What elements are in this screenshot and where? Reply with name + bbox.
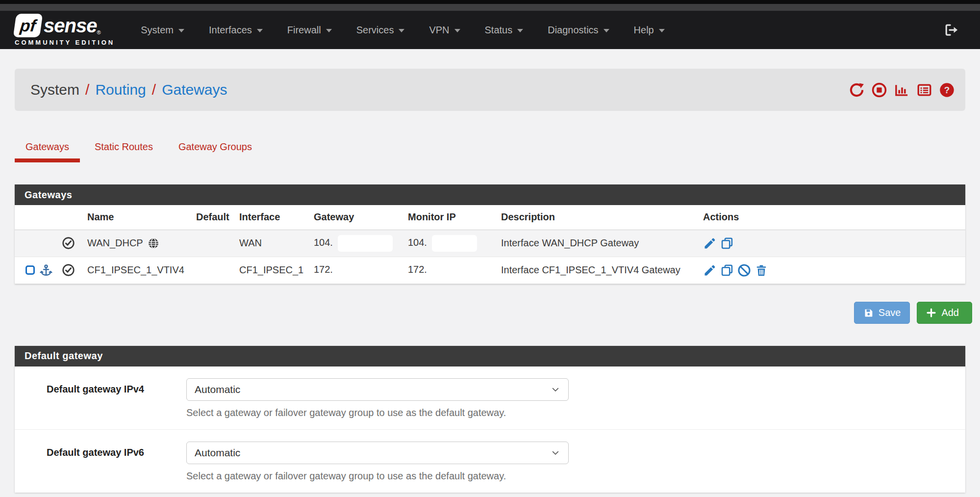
selected-value: Automatic — [195, 384, 240, 395]
main-navbar: pf sense ® COMMUNITY EDITION System Inte… — [0, 11, 980, 49]
plus-icon — [926, 308, 936, 318]
monitor-ip: 104. — [408, 237, 427, 248]
menu-firewall[interactable]: Firewall — [275, 25, 344, 36]
default-gateway-panel: Default gateway Default gateway IPv4 Aut… — [15, 346, 965, 493]
menu-services[interactable]: Services — [344, 25, 417, 36]
menu-status[interactable]: Status — [473, 25, 536, 36]
redacted-value — [338, 235, 393, 252]
form-row-ipv4: Default gateway IPv4 Automatic Select a … — [15, 366, 965, 429]
table-row: WAN_DHCP WAN — [15, 230, 965, 257]
chevron-down-icon — [659, 29, 665, 32]
default-gateway-ipv6-select[interactable]: Automatic — [186, 442, 569, 464]
breadcrumb-routing-link[interactable]: Routing — [95, 81, 146, 98]
help-text: Select a gateway or failover gateway gro… — [186, 407, 569, 419]
breadcrumb-panel: System / Routing / Gateways — [15, 69, 965, 111]
gateway-default — [193, 257, 236, 284]
gateway-description: Interface WAN_DHCP Gateway — [498, 230, 700, 257]
sign-out-icon[interactable] — [944, 23, 958, 37]
menu-interfaces[interactable]: Interfaces — [197, 25, 275, 36]
page-content: System / Routing / Gateways — [0, 69, 980, 493]
col-description: Description — [498, 205, 700, 230]
row-checkbox[interactable] — [25, 265, 35, 275]
chevron-down-icon — [178, 29, 184, 32]
gateway-description: Interface CF1_IPSEC_1_VTIV4 Gateway — [498, 257, 700, 284]
page-tabs: Gateways Static Routes Gateway Groups — [15, 135, 965, 162]
navbar-menu: System Interfaces Firewall Services VPN … — [128, 25, 677, 36]
logo-subtitle: COMMUNITY EDITION — [15, 39, 115, 46]
row-actions — [703, 236, 962, 250]
globe-icon — [148, 237, 159, 249]
window-chrome-strip — [0, 0, 980, 4]
menu-system[interactable]: System — [128, 25, 197, 36]
default-gateway-panel-title: Default gateway — [15, 346, 965, 366]
tab-gateways[interactable]: Gateways — [15, 135, 80, 162]
help-text: Select a gateway or failover gateway gro… — [186, 471, 569, 482]
col-gateway: Gateway — [311, 205, 405, 230]
gateway-interface: CF1_IPSEC_1 — [236, 257, 311, 284]
chevron-down-icon — [399, 29, 404, 32]
save-button[interactable]: Save — [854, 302, 910, 324]
redacted-value — [338, 262, 393, 279]
chevron-down-icon — [326, 29, 332, 32]
table-row: CF1_IPSEC_1_VTIV4 CF1_IPSEC_1 172. 172. … — [15, 257, 965, 284]
redacted-value — [432, 262, 477, 279]
anchor-icon — [40, 264, 52, 277]
col-name: Name — [84, 205, 193, 230]
edit-icon[interactable] — [703, 236, 717, 250]
chevron-down-icon — [603, 29, 609, 32]
chevron-down-icon — [551, 385, 560, 394]
row-actions — [703, 263, 962, 277]
breadcrumb-system: System — [30, 81, 79, 98]
breadcrumb-separator: / — [85, 81, 89, 98]
default-gateway-ipv4-select[interactable]: Automatic — [186, 378, 569, 401]
logo-sense-text: sense — [44, 15, 97, 37]
table-header-row: Name Default Interface Gateway Monitor I… — [15, 205, 965, 230]
help-circle-icon[interactable]: ? — [939, 82, 955, 98]
col-actions: Actions — [700, 205, 965, 230]
ban-icon[interactable] — [737, 263, 751, 277]
add-button[interactable]: Add — [917, 302, 972, 324]
tab-static-routes[interactable]: Static Routes — [84, 135, 164, 162]
window-chrome-strip-2 — [0, 4, 980, 11]
breadcrumb: System / Routing / Gateways — [30, 81, 227, 98]
copy-icon[interactable] — [720, 236, 734, 250]
gateways-panel: Gateways Name Default Interface Gateway … — [15, 184, 965, 284]
copy-icon[interactable] — [720, 263, 734, 277]
breadcrumb-separator: / — [152, 81, 156, 98]
breadcrumb-gateways-link[interactable]: Gateways — [162, 81, 227, 98]
gateway-interface: WAN — [236, 230, 311, 257]
chevron-down-icon — [517, 29, 523, 32]
tab-gateway-groups[interactable]: Gateway Groups — [168, 135, 263, 162]
check-circle-icon — [62, 236, 75, 250]
menu-diagnostics[interactable]: Diagnostics — [535, 25, 621, 36]
trash-icon[interactable] — [754, 263, 768, 277]
menu-help[interactable]: Help — [622, 25, 677, 36]
log-icon[interactable] — [917, 82, 932, 98]
selected-value: Automatic — [195, 447, 240, 459]
stop-circle-icon[interactable] — [872, 82, 887, 98]
page-header-icons: ? — [849, 82, 955, 98]
logo-pf-box: pf — [13, 14, 43, 37]
save-icon — [863, 308, 874, 318]
chevron-down-icon — [551, 448, 560, 458]
gateway-address: 104. — [314, 237, 333, 248]
redacted-value — [432, 235, 477, 252]
edit-icon[interactable] — [703, 263, 717, 277]
chevron-down-icon — [454, 29, 460, 32]
logo-registered-mark: ® — [97, 29, 101, 35]
form-row-ipv6: Default gateway IPv6 Automatic Select a … — [15, 429, 965, 493]
table-buttons: Save Add — [15, 302, 965, 324]
chart-bar-icon[interactable] — [894, 82, 909, 98]
gateway-name: WAN_DHCP — [87, 237, 143, 249]
default-gateway-ipv6-label: Default gateway IPv6 — [15, 442, 186, 482]
gateways-table: Name Default Interface Gateway Monitor I… — [15, 205, 965, 284]
gateway-name: CF1_IPSEC_1_VTIV4 — [84, 257, 193, 284]
col-default: Default — [193, 205, 236, 230]
col-monitor-ip: Monitor IP — [405, 205, 498, 230]
gateways-panel-title: Gateways — [15, 184, 965, 205]
col-interface: Interface — [236, 205, 311, 230]
refresh-icon[interactable] — [849, 82, 864, 98]
check-circle-icon — [62, 263, 75, 277]
menu-vpn[interactable]: VPN — [417, 25, 472, 36]
gateway-address: 172. — [314, 264, 333, 275]
